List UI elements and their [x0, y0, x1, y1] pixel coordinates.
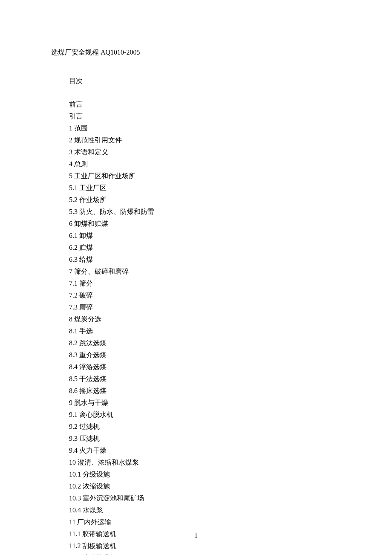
- toc-item: 引言: [69, 110, 341, 122]
- toc-item: 11.2 刮板输送机: [69, 540, 341, 552]
- toc-item: 2 规范性引用文件: [69, 134, 341, 146]
- toc-item: 10.1 分级设施: [69, 468, 341, 480]
- toc-item: 5 工业厂区和作业场所: [69, 170, 341, 182]
- toc-item: 9.1 离心脱水机: [69, 409, 341, 421]
- document-title: 选煤厂安全规程 AQ1010-2005: [51, 47, 341, 58]
- toc-item: 11 厂内外运输: [69, 516, 341, 528]
- toc-item: 9.2 过滤机: [69, 421, 341, 433]
- toc-item: 7 筛分、破碎和磨碎: [69, 266, 341, 278]
- toc-item: 5.3 防火、防水、防爆和防雷: [69, 206, 341, 218]
- toc-item: 3 术语和定义: [69, 146, 341, 158]
- toc-item: 8.4 浮游选煤: [69, 361, 341, 373]
- toc-item: 7.2 破碎: [69, 289, 341, 301]
- toc-item: 10.3 室外沉淀池和尾矿场: [69, 492, 341, 504]
- toc-item: 10.4 水煤浆: [69, 504, 341, 516]
- page: 选煤厂安全规程 AQ1010-2005 目次 前言引言1 范围2 规范性引用文件…: [0, 0, 392, 555]
- toc-item: 9 脱水与干燥: [69, 397, 341, 409]
- toc-item: 8.3 重介选煤: [69, 349, 341, 361]
- toc-item: 8 煤炭分选: [69, 313, 341, 325]
- toc-list: 前言引言1 范围2 规范性引用文件3 术语和定义4 总则5 工业厂区和作业场所5…: [51, 98, 341, 555]
- toc-item: 6.3 给煤: [69, 254, 341, 266]
- toc-item: 7.3 磨碎: [69, 301, 341, 313]
- toc-item: 5.2 作业场所: [69, 194, 341, 206]
- toc-heading: 目次: [51, 75, 341, 87]
- toc-item: 8.6 摇床选煤: [69, 385, 341, 397]
- toc-item: 8.5 干法选煤: [69, 373, 341, 385]
- toc-item: 8.1 手选: [69, 325, 341, 337]
- toc-item: 9.3 压滤机: [69, 433, 341, 445]
- toc-item: 7.1 筛分: [69, 278, 341, 289]
- toc-item: 6 卸煤和贮煤: [69, 218, 341, 230]
- toc-item: 5.1 工业厂区: [69, 182, 341, 194]
- toc-item: 8.2 跳汰选煤: [69, 337, 341, 349]
- toc-item: 9.4 火力干燥: [69, 445, 341, 457]
- toc-item: 10.2 浓缩设施: [69, 480, 341, 492]
- toc-item: 6.2 贮煤: [69, 242, 341, 254]
- toc-item: 前言: [69, 98, 341, 110]
- toc-item: 6.1 卸煤: [69, 230, 341, 242]
- toc-item: 10 澄清、浓缩和水煤浆: [69, 457, 341, 468]
- toc-item: 11.3 斗式提升机: [69, 552, 341, 555]
- toc-item: 4 总则: [69, 158, 341, 170]
- toc-item: 1 范围: [69, 122, 341, 134]
- page-number: 1: [0, 532, 392, 540]
